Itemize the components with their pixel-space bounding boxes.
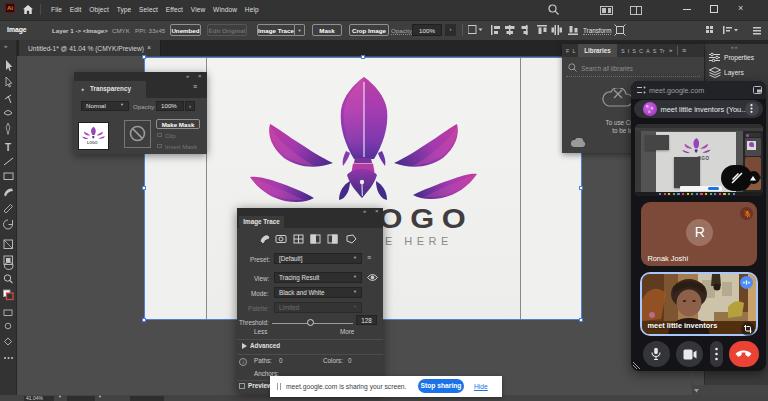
- svg-text:LOGO: LOGO: [87, 141, 98, 145]
- svg-text:T: T: [5, 142, 11, 153]
